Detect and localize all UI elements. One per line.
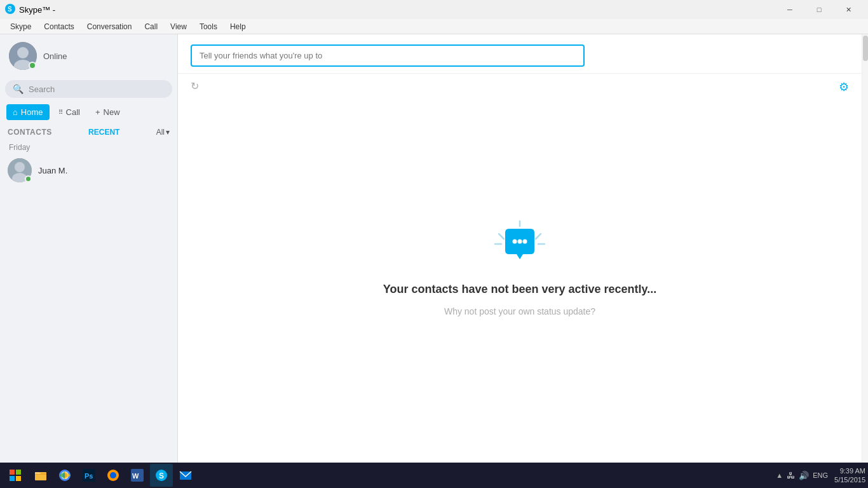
contacts-recent-bar: CONTACTS RECENT All ▾ [0, 124, 177, 139]
contacts-label: CONTACTS [8, 128, 52, 137]
lang-label: ENG [813, 471, 828, 479]
volume-icon[interactable]: 🔊 [799, 471, 809, 480]
svg-rect-18 [10, 476, 15, 481]
all-filter-label: All [156, 128, 165, 137]
taskbar-word[interactable]: W [126, 464, 149, 487]
svg-text:Ps: Ps [85, 472, 93, 480]
sidebar: Online 🔍 Search ⌂ Home ⠿ Call + New CONT… [0, 34, 178, 463]
menu-tools[interactable]: Tools [194, 21, 222, 32]
taskbar-skype[interactable]: S [150, 464, 173, 487]
empty-state-icon [491, 220, 548, 273]
menu-help[interactable]: Help [225, 21, 251, 32]
search-bar[interactable]: 🔍 Search [5, 80, 172, 98]
empty-state-subtitle: Why not post your own status update? [444, 306, 595, 316]
svg-point-13 [513, 240, 517, 244]
main-content: ↻ ⚙ [178, 34, 862, 463]
taskbar-file-explorer[interactable] [29, 464, 52, 487]
taskbar: Ps W S ▲ 🖧 🔊 ENG 9:39 AM 5/15/2015 [0, 463, 868, 488]
maximize-button[interactable]: □ [804, 0, 834, 19]
svg-point-14 [518, 240, 522, 244]
contact-avatar [8, 158, 32, 182]
scrollbar-thumb[interactable] [863, 36, 868, 61]
call-grid-icon: ⠿ [58, 109, 63, 116]
svg-point-3 [17, 47, 29, 58]
taskbar-firefox[interactable] [102, 464, 125, 487]
menu-conversation[interactable]: Conversation [82, 21, 137, 32]
profile-section: Online [0, 34, 177, 78]
taskbar-clock: 9:39 AM 5/15/2015 [834, 466, 865, 485]
clock-time: 9:39 AM [834, 466, 865, 475]
close-button[interactable]: ✕ [834, 0, 863, 19]
contact-status-dot [25, 175, 32, 182]
status-input-bar [178, 34, 862, 74]
menu-call[interactable]: Call [139, 21, 163, 32]
svg-line-8 [499, 234, 504, 239]
svg-point-27 [110, 472, 116, 478]
avatar-container [9, 42, 37, 70]
systray: ▲ 🖧 🔊 ENG [771, 471, 833, 480]
settings-button[interactable]: ⚙ [839, 80, 849, 94]
tab-home[interactable]: ⌂ Home [6, 104, 50, 120]
search-label: Search [29, 85, 55, 94]
status-input[interactable] [191, 44, 585, 67]
empty-state-title: Your contacts have not been very active … [383, 283, 657, 296]
taskbar-chrome[interactable] [53, 464, 76, 487]
all-filter[interactable]: All ▾ [156, 128, 170, 137]
clock-date: 5/15/2015 [834, 475, 865, 484]
section-day-label: Friday [0, 139, 177, 153]
contact-name: Juan M. [38, 166, 67, 175]
chevron-down-icon: ▾ [166, 128, 170, 137]
profile-status: Online [43, 51, 67, 61]
show-hidden-icon[interactable]: ▲ [776, 471, 783, 479]
menu-bar: Skype Contacts Conversation Call View To… [0, 19, 868, 34]
main-body: ↻ ⚙ [178, 74, 862, 463]
menu-contacts[interactable]: Contacts [39, 21, 79, 32]
svg-point-6 [15, 162, 25, 172]
status-indicator [29, 62, 36, 69]
home-icon: ⌂ [13, 107, 18, 117]
nav-tabs: ⌂ Home ⠿ Call + New [0, 100, 177, 124]
network-icon: 🖧 [787, 471, 795, 480]
menu-skype[interactable]: Skype [5, 21, 36, 32]
svg-rect-17 [16, 470, 21, 475]
tab-home-label: Home [21, 107, 43, 117]
svg-point-15 [523, 240, 527, 244]
app-container: Online 🔍 Search ⌂ Home ⠿ Call + New CONT… [0, 34, 868, 463]
tab-new-label: New [104, 107, 120, 117]
minimize-button[interactable]: ─ [775, 0, 804, 19]
refresh-button[interactable]: ↻ [191, 80, 199, 92]
title-text: Skype™ - [19, 5, 55, 15]
main-scrollbar[interactable] [862, 34, 868, 463]
tab-call-label: Call [66, 107, 80, 117]
svg-text:W: W [132, 472, 139, 480]
empty-state: Your contacts have not been very active … [383, 220, 657, 316]
svg-text:S: S [159, 471, 164, 480]
taskbar-mail[interactable] [174, 464, 197, 487]
svg-line-10 [536, 234, 541, 239]
svg-text:S: S [8, 6, 12, 13]
contact-item[interactable]: Juan M. [0, 153, 177, 187]
svg-rect-16 [10, 470, 15, 475]
taskbar-photoshop[interactable]: Ps [78, 464, 100, 487]
recent-tab[interactable]: RECENT [88, 128, 119, 137]
start-button[interactable] [3, 464, 28, 487]
title-bar: S Skype™ - ─ □ ✕ [0, 0, 868, 19]
menu-view[interactable]: View [165, 21, 192, 32]
app-icon: S [5, 4, 15, 16]
svg-rect-19 [16, 476, 21, 481]
search-icon: 🔍 [13, 84, 24, 94]
tab-call[interactable]: ⠿ Call [52, 104, 86, 120]
tab-new[interactable]: + New [89, 104, 126, 120]
new-icon: + [95, 107, 100, 117]
